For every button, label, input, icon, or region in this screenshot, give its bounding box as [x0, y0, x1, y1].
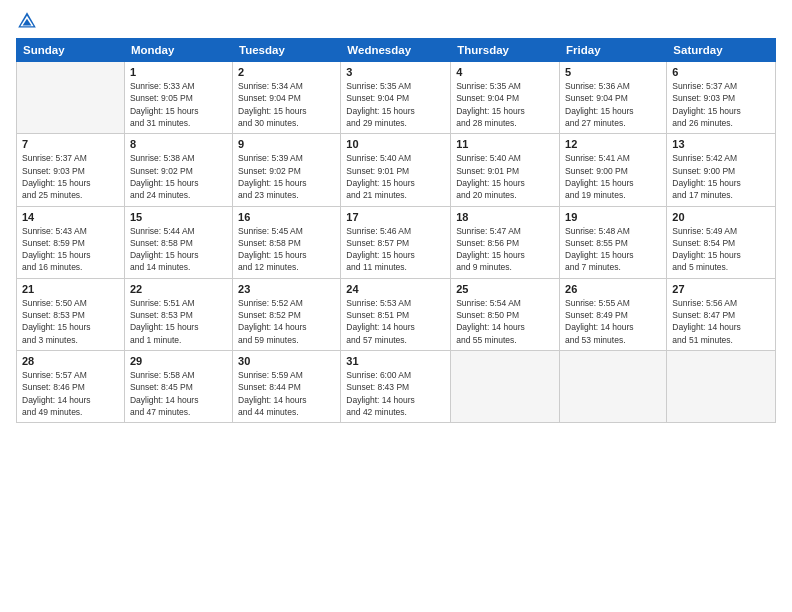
- day-number: 10: [346, 138, 445, 150]
- calendar-day: 26Sunrise: 5:55 AM Sunset: 8:49 PM Dayli…: [560, 278, 667, 350]
- day-info: Sunrise: 5:35 AM Sunset: 9:04 PM Dayligh…: [346, 80, 445, 129]
- calendar-day: 9Sunrise: 5:39 AM Sunset: 9:02 PM Daylig…: [233, 134, 341, 206]
- calendar-day: [560, 351, 667, 423]
- calendar-week-row: 28Sunrise: 5:57 AM Sunset: 8:46 PM Dayli…: [17, 351, 776, 423]
- calendar-day: 27Sunrise: 5:56 AM Sunset: 8:47 PM Dayli…: [667, 278, 776, 350]
- calendar-week-row: 14Sunrise: 5:43 AM Sunset: 8:59 PM Dayli…: [17, 206, 776, 278]
- day-info: Sunrise: 5:44 AM Sunset: 8:58 PM Dayligh…: [130, 225, 227, 274]
- calendar: SundayMondayTuesdayWednesdayThursdayFrid…: [16, 38, 776, 423]
- day-info: Sunrise: 5:37 AM Sunset: 9:03 PM Dayligh…: [672, 80, 770, 129]
- day-info: Sunrise: 5:42 AM Sunset: 9:00 PM Dayligh…: [672, 152, 770, 201]
- calendar-day: 17Sunrise: 5:46 AM Sunset: 8:57 PM Dayli…: [341, 206, 451, 278]
- day-number: 12: [565, 138, 661, 150]
- calendar-day: 29Sunrise: 5:58 AM Sunset: 8:45 PM Dayli…: [124, 351, 232, 423]
- day-number: 31: [346, 355, 445, 367]
- day-number: 1: [130, 66, 227, 78]
- calendar-day: 21Sunrise: 5:50 AM Sunset: 8:53 PM Dayli…: [17, 278, 125, 350]
- day-number: 24: [346, 283, 445, 295]
- day-info: Sunrise: 5:40 AM Sunset: 9:01 PM Dayligh…: [346, 152, 445, 201]
- day-number: 21: [22, 283, 119, 295]
- calendar-day: 14Sunrise: 5:43 AM Sunset: 8:59 PM Dayli…: [17, 206, 125, 278]
- header: [16, 10, 776, 32]
- day-number: 25: [456, 283, 554, 295]
- day-number: 7: [22, 138, 119, 150]
- day-number: 20: [672, 211, 770, 223]
- day-info: Sunrise: 5:59 AM Sunset: 8:44 PM Dayligh…: [238, 369, 335, 418]
- day-number: 14: [22, 211, 119, 223]
- calendar-day: [451, 351, 560, 423]
- day-info: Sunrise: 5:33 AM Sunset: 9:05 PM Dayligh…: [130, 80, 227, 129]
- calendar-day: 5Sunrise: 5:36 AM Sunset: 9:04 PM Daylig…: [560, 62, 667, 134]
- calendar-header-row: SundayMondayTuesdayWednesdayThursdayFrid…: [17, 39, 776, 62]
- calendar-day: [667, 351, 776, 423]
- calendar-header-saturday: Saturday: [667, 39, 776, 62]
- day-number: 15: [130, 211, 227, 223]
- day-number: 8: [130, 138, 227, 150]
- calendar-day: 18Sunrise: 5:47 AM Sunset: 8:56 PM Dayli…: [451, 206, 560, 278]
- calendar-day: 28Sunrise: 5:57 AM Sunset: 8:46 PM Dayli…: [17, 351, 125, 423]
- day-info: Sunrise: 5:58 AM Sunset: 8:45 PM Dayligh…: [130, 369, 227, 418]
- calendar-day: 4Sunrise: 5:35 AM Sunset: 9:04 PM Daylig…: [451, 62, 560, 134]
- calendar-week-row: 1Sunrise: 5:33 AM Sunset: 9:05 PM Daylig…: [17, 62, 776, 134]
- calendar-day: 31Sunrise: 6:00 AM Sunset: 8:43 PM Dayli…: [341, 351, 451, 423]
- day-info: Sunrise: 5:36 AM Sunset: 9:04 PM Dayligh…: [565, 80, 661, 129]
- day-number: 5: [565, 66, 661, 78]
- day-info: Sunrise: 5:47 AM Sunset: 8:56 PM Dayligh…: [456, 225, 554, 274]
- day-info: Sunrise: 5:43 AM Sunset: 8:59 PM Dayligh…: [22, 225, 119, 274]
- day-number: 4: [456, 66, 554, 78]
- calendar-day: 3Sunrise: 5:35 AM Sunset: 9:04 PM Daylig…: [341, 62, 451, 134]
- day-number: 28: [22, 355, 119, 367]
- calendar-day: 8Sunrise: 5:38 AM Sunset: 9:02 PM Daylig…: [124, 134, 232, 206]
- day-info: Sunrise: 6:00 AM Sunset: 8:43 PM Dayligh…: [346, 369, 445, 418]
- calendar-day: 24Sunrise: 5:53 AM Sunset: 8:51 PM Dayli…: [341, 278, 451, 350]
- day-info: Sunrise: 5:52 AM Sunset: 8:52 PM Dayligh…: [238, 297, 335, 346]
- calendar-week-row: 21Sunrise: 5:50 AM Sunset: 8:53 PM Dayli…: [17, 278, 776, 350]
- day-info: Sunrise: 5:54 AM Sunset: 8:50 PM Dayligh…: [456, 297, 554, 346]
- calendar-header-tuesday: Tuesday: [233, 39, 341, 62]
- day-number: 9: [238, 138, 335, 150]
- day-info: Sunrise: 5:41 AM Sunset: 9:00 PM Dayligh…: [565, 152, 661, 201]
- day-number: 17: [346, 211, 445, 223]
- day-info: Sunrise: 5:46 AM Sunset: 8:57 PM Dayligh…: [346, 225, 445, 274]
- calendar-header-sunday: Sunday: [17, 39, 125, 62]
- day-number: 29: [130, 355, 227, 367]
- page: SundayMondayTuesdayWednesdayThursdayFrid…: [0, 0, 792, 612]
- day-number: 3: [346, 66, 445, 78]
- calendar-day: 15Sunrise: 5:44 AM Sunset: 8:58 PM Dayli…: [124, 206, 232, 278]
- day-number: 13: [672, 138, 770, 150]
- day-number: 11: [456, 138, 554, 150]
- day-info: Sunrise: 5:40 AM Sunset: 9:01 PM Dayligh…: [456, 152, 554, 201]
- calendar-day: 10Sunrise: 5:40 AM Sunset: 9:01 PM Dayli…: [341, 134, 451, 206]
- day-info: Sunrise: 5:45 AM Sunset: 8:58 PM Dayligh…: [238, 225, 335, 274]
- day-info: Sunrise: 5:51 AM Sunset: 8:53 PM Dayligh…: [130, 297, 227, 346]
- logo-icon: [16, 10, 38, 32]
- day-number: 16: [238, 211, 335, 223]
- day-info: Sunrise: 5:55 AM Sunset: 8:49 PM Dayligh…: [565, 297, 661, 346]
- calendar-header-wednesday: Wednesday: [341, 39, 451, 62]
- calendar-day: 19Sunrise: 5:48 AM Sunset: 8:55 PM Dayli…: [560, 206, 667, 278]
- calendar-day: [17, 62, 125, 134]
- day-info: Sunrise: 5:49 AM Sunset: 8:54 PM Dayligh…: [672, 225, 770, 274]
- calendar-header-thursday: Thursday: [451, 39, 560, 62]
- day-number: 23: [238, 283, 335, 295]
- day-info: Sunrise: 5:56 AM Sunset: 8:47 PM Dayligh…: [672, 297, 770, 346]
- day-info: Sunrise: 5:34 AM Sunset: 9:04 PM Dayligh…: [238, 80, 335, 129]
- calendar-header-monday: Monday: [124, 39, 232, 62]
- calendar-day: 23Sunrise: 5:52 AM Sunset: 8:52 PM Dayli…: [233, 278, 341, 350]
- day-info: Sunrise: 5:35 AM Sunset: 9:04 PM Dayligh…: [456, 80, 554, 129]
- day-number: 2: [238, 66, 335, 78]
- calendar-day: 7Sunrise: 5:37 AM Sunset: 9:03 PM Daylig…: [17, 134, 125, 206]
- day-info: Sunrise: 5:57 AM Sunset: 8:46 PM Dayligh…: [22, 369, 119, 418]
- calendar-day: 30Sunrise: 5:59 AM Sunset: 8:44 PM Dayli…: [233, 351, 341, 423]
- day-info: Sunrise: 5:48 AM Sunset: 8:55 PM Dayligh…: [565, 225, 661, 274]
- day-number: 22: [130, 283, 227, 295]
- day-info: Sunrise: 5:50 AM Sunset: 8:53 PM Dayligh…: [22, 297, 119, 346]
- calendar-day: 11Sunrise: 5:40 AM Sunset: 9:01 PM Dayli…: [451, 134, 560, 206]
- day-number: 18: [456, 211, 554, 223]
- day-number: 19: [565, 211, 661, 223]
- calendar-day: 20Sunrise: 5:49 AM Sunset: 8:54 PM Dayli…: [667, 206, 776, 278]
- logo: [16, 10, 42, 32]
- calendar-day: 22Sunrise: 5:51 AM Sunset: 8:53 PM Dayli…: [124, 278, 232, 350]
- calendar-header-friday: Friday: [560, 39, 667, 62]
- day-info: Sunrise: 5:39 AM Sunset: 9:02 PM Dayligh…: [238, 152, 335, 201]
